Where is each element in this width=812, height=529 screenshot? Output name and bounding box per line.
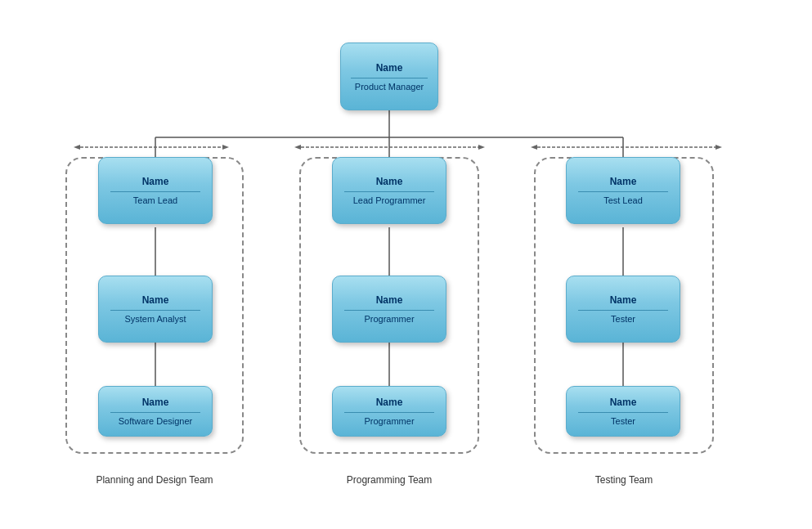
label-planning: Planning and Design Team	[65, 474, 244, 486]
node-product-manager: Name Product Manager	[340, 43, 438, 110]
node-lead-programmer: Name Lead Programmer	[332, 157, 446, 224]
org-chart: Name Product Manager Name Team Lead Name…	[0, 0, 812, 529]
svg-marker-16	[294, 145, 301, 150]
node-test-lead: Name Test Lead	[566, 157, 680, 224]
node-tester1: Name Tester	[566, 276, 680, 343]
node-system-analyst: Name System Analyst	[98, 276, 213, 343]
label-programming: Programming Team	[299, 474, 479, 486]
svg-marker-12	[222, 145, 229, 150]
svg-marker-19	[531, 145, 537, 150]
svg-marker-15	[478, 145, 485, 150]
node-team-lead: Name Team Lead	[98, 157, 213, 224]
label-testing: Testing Team	[534, 474, 714, 486]
node-programmer2: Name Programmer	[332, 386, 446, 437]
svg-marker-18	[716, 145, 722, 150]
node-tester2: Name Tester	[566, 386, 680, 437]
node-software-designer: Name Software Designer	[98, 386, 213, 437]
svg-marker-13	[74, 145, 80, 150]
node-programmer1: Name Programmer	[332, 276, 446, 343]
